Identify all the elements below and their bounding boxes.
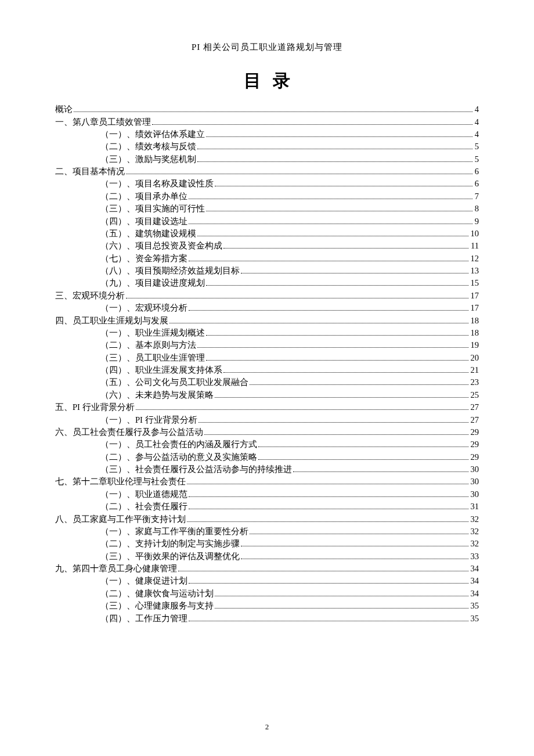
toc-entry[interactable]: （二）、基本原则与方法19 xyxy=(55,339,479,351)
toc-entry[interactable]: （四）、职业生涯发展支持体系21 xyxy=(55,364,479,376)
toc-leader-dots xyxy=(126,293,468,298)
toc-entry-page: 35 xyxy=(471,602,479,610)
toc-leader-dots xyxy=(215,591,468,596)
toc-entry-label: 四、员工职业生涯规划与发展 xyxy=(55,316,168,325)
toc-entry-page: 35 xyxy=(471,614,479,623)
toc-entry-label: （一）、职业道德规范 xyxy=(100,490,187,499)
toc-entry[interactable]: （一）、项目名称及建设性质6 xyxy=(55,178,479,190)
toc-entry-label: （三）、项目实施的可行性 xyxy=(100,204,205,213)
toc-entry-page: 9 xyxy=(475,217,479,226)
toc-entry-label: （四）、项目建设选址 xyxy=(100,217,187,226)
toc-entry[interactable]: 七、第十二章职业伦理与社会责任30 xyxy=(55,476,479,488)
toc-entry-page: 29 xyxy=(471,453,479,462)
toc-leader-dots xyxy=(187,479,468,485)
toc-entry-page: 21 xyxy=(471,366,479,375)
toc-entry[interactable]: （一）、职业生涯规划概述18 xyxy=(55,327,479,339)
toc-leader-dots xyxy=(187,516,468,522)
toc-entry[interactable]: （二）、项目承办单位7 xyxy=(55,190,479,203)
toc-entry[interactable]: （三）、员工职业生涯管理20 xyxy=(55,352,479,364)
toc-entry[interactable]: 四、员工职业生涯规划与发展18 xyxy=(55,314,479,326)
toc-leader-dots xyxy=(199,417,468,423)
toc-entry-label: 概论 xyxy=(55,105,73,114)
toc-entry-label: （七）、资金筹措方案 xyxy=(100,254,187,263)
toc-entry[interactable]: （一）、PI 行业背景分析27 xyxy=(55,413,479,426)
toc-entry-page: 23 xyxy=(471,378,479,387)
toc-entry[interactable]: 二、项目基本情况6 xyxy=(55,165,479,178)
toc-entry[interactable]: （三）、社会责任履行及公益活动参与的持续推进30 xyxy=(55,463,479,476)
toc-leader-dots xyxy=(178,566,468,571)
toc-entry-page: 29 xyxy=(471,428,479,437)
toc-entry[interactable]: 六、员工社会责任履行及参与公益活动29 xyxy=(55,426,479,438)
toc-entry-page: 5 xyxy=(475,142,479,151)
toc-entry-label: （一）、家庭与工作平衡的重要性分析 xyxy=(100,527,248,536)
toc-entry-page: 32 xyxy=(471,539,479,548)
toc-entry[interactable]: （二）、参与公益活动的意义及实施策略29 xyxy=(55,451,479,463)
toc-entry[interactable]: （四）、工作压力管理35 xyxy=(55,612,479,624)
toc-entry-page: 6 xyxy=(475,179,479,188)
toc-entry[interactable]: （六）、未来趋势与发展策略25 xyxy=(55,389,479,401)
toc-entry-label: （五）、公司文化与员工职业发展融合 xyxy=(100,378,248,387)
toc-entry[interactable]: （二）、绩效考核与反馈5 xyxy=(55,141,479,153)
toc-entry[interactable]: （五）、建筑物建设规模10 xyxy=(55,228,479,240)
toc-entry-label: （三）、社会责任履行及公益活动参与的持续推进 xyxy=(100,465,292,474)
toc-entry-page: 25 xyxy=(471,391,479,399)
toc-entry-label: （一）、项目名称及建设性质 xyxy=(100,179,214,188)
toc-entry[interactable]: （七）、资金筹措方案12 xyxy=(55,253,479,265)
toc-entry-label: （三）、平衡效果的评估及调整优化 xyxy=(100,552,240,561)
toc-entry[interactable]: （二）、支持计划的制定与实施步骤32 xyxy=(55,538,479,550)
toc-leader-dots xyxy=(206,355,468,361)
toc-leader-dots xyxy=(241,541,468,547)
toc-entry-label: （二）、项目承办单位 xyxy=(100,192,187,201)
toc-entry[interactable]: （一）、职业道德规范30 xyxy=(55,488,479,501)
toc-entry[interactable]: （二）、社会责任履行31 xyxy=(55,501,479,513)
toc-leader-dots xyxy=(258,442,468,448)
toc-entry-label: 二、项目基本情况 xyxy=(55,167,125,176)
toc-entry-label: （六）、未来趋势与发展策略 xyxy=(100,391,214,399)
toc-entry-page: 19 xyxy=(471,341,479,350)
toc-entry[interactable]: （一）、绩效评估体系建立4 xyxy=(55,128,479,141)
toc-entry-label: 六、员工社会责任履行及参与公益活动 xyxy=(55,428,203,437)
toc-entry[interactable]: （一）、员工社会责任的内涵及履行方式29 xyxy=(55,438,479,451)
toc-entry-label: （二）、基本原则与方法 xyxy=(100,341,196,350)
toc-entry[interactable]: （一）、家庭与工作平衡的重要性分析32 xyxy=(55,525,479,538)
page-number: 2 xyxy=(0,722,534,732)
toc-entry[interactable]: （三）、心理健康服务与支持35 xyxy=(55,600,479,612)
toc-leader-dots xyxy=(189,615,468,621)
toc-entry[interactable]: （三）、平衡效果的评估及调整优化33 xyxy=(55,550,479,563)
toc-entry[interactable]: （三）、项目实施的可行性8 xyxy=(55,203,479,215)
toc-entry-page: 10 xyxy=(471,229,479,238)
toc-leader-dots xyxy=(152,119,472,125)
toc-entry-page: 5 xyxy=(475,155,479,164)
toc-entry[interactable]: 概论4 xyxy=(55,103,479,116)
toc-entry[interactable]: （四）、项目建设选址9 xyxy=(55,215,479,227)
toc-entry-label: （四）、工作压力管理 xyxy=(100,614,187,623)
toc-entry[interactable]: （一）、宏观环境分析17 xyxy=(55,302,479,314)
table-of-contents: 概论4一、第八章员工绩效管理4（一）、绩效评估体系建立4（二）、绩效考核与反馈5… xyxy=(55,103,479,625)
toc-entry[interactable]: （九）、项目建设进度规划15 xyxy=(55,277,479,289)
toc-entry[interactable]: （二）、健康饮食与运动计划34 xyxy=(55,588,479,600)
toc-entry[interactable]: （八）、项目预期经济效益规划目标13 xyxy=(55,265,479,277)
toc-entry-page: 34 xyxy=(471,564,479,573)
toc-leader-dots xyxy=(250,380,468,386)
toc-entry[interactable]: （六）、项目总投资及资金构成11 xyxy=(55,240,479,252)
toc-entry[interactable]: （五）、公司文化与员工职业发展融合23 xyxy=(55,376,479,388)
toc-entry-page: 32 xyxy=(471,515,479,524)
toc-entry-page: 7 xyxy=(475,192,479,201)
toc-leader-dots xyxy=(215,181,472,187)
toc-entry-page: 20 xyxy=(471,354,479,362)
toc-entry[interactable]: （三）、激励与奖惩机制5 xyxy=(55,153,479,165)
toc-entry[interactable]: 九、第四十章员工身心健康管理34 xyxy=(55,563,479,575)
toc-entry-label: （三）、激励与奖惩机制 xyxy=(100,155,196,164)
toc-entry[interactable]: 五、PI 行业背景分析27 xyxy=(55,401,479,413)
toc-entry-label: （二）、健康饮食与运动计划 xyxy=(100,589,214,598)
toc-entry-label: 七、第十二章职业伦理与社会责任 xyxy=(55,477,186,486)
document-header: PI 相关公司员工职业道路规划与管理 xyxy=(55,42,479,53)
toc-entry[interactable]: 八、员工家庭与工作平衡支持计划32 xyxy=(55,513,479,525)
toc-entry[interactable]: （一）、健康促进计划34 xyxy=(55,575,479,587)
toc-leader-dots xyxy=(189,305,468,311)
toc-entry[interactable]: 一、第八章员工绩效管理4 xyxy=(55,116,479,128)
toc-leader-dots xyxy=(215,392,468,398)
toc-entry[interactable]: 三、宏观环境分析17 xyxy=(55,290,479,302)
toc-entry-page: 34 xyxy=(471,589,479,598)
toc-leader-dots xyxy=(223,243,468,249)
